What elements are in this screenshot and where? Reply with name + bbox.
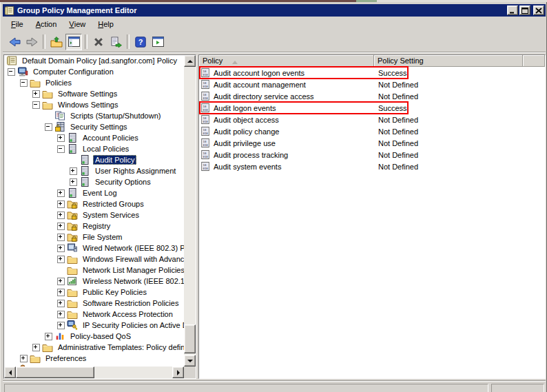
column-header-label: Policy (203, 56, 223, 65)
tree-item-account-policies[interactable]: Account Policies (4, 132, 184, 143)
minimize-button[interactable] (507, 6, 518, 15)
close-button[interactable] (533, 6, 544, 15)
scroll-down-button[interactable] (184, 355, 196, 367)
show-new-window-button[interactable] (149, 34, 166, 50)
expand-plus-icon[interactable] (57, 311, 65, 318)
tree-item-security-options[interactable]: Security Options (4, 176, 184, 187)
tree-item-label: Wired Network (IEEE 802.3) P (81, 243, 184, 253)
folder-icon (67, 287, 78, 298)
triangle-up-icon (187, 57, 193, 63)
tree-item-wireless-network-ieee-802-1[interactable]: Wireless Network (IEEE 802.1 (4, 276, 184, 287)
tree-horizontal-scrollbar[interactable] (4, 367, 184, 378)
expand-plus-icon[interactable] (70, 178, 77, 186)
expand-plus-icon[interactable] (57, 278, 65, 285)
expand-plus-icon[interactable] (57, 234, 65, 241)
expand-plus-icon[interactable] (57, 300, 65, 307)
scroll-up-button[interactable] (184, 55, 196, 67)
maximize-button[interactable] (519, 6, 530, 15)
tree-item-policy-based-qos[interactable]: Policy-based QoS (4, 331, 184, 342)
tree-item-registry[interactable]: Registry (4, 220, 184, 231)
list-row-audit-directory-service-access[interactable]: 10010Audit directory service accessNot D… (199, 90, 545, 102)
list-row-audit-logon-events[interactable]: 10010Audit logon eventsSuccess (199, 102, 545, 114)
list-row-audit-system-events[interactable]: 10010Audit system eventsNot Defined (199, 161, 545, 172)
tree-item-security-settings[interactable]: Security Settings (4, 121, 184, 132)
tree-item-ip-security-policies-on-active-d[interactable]: IP Security Policies on Active D (4, 320, 184, 331)
expand-plus-icon[interactable] (57, 200, 65, 208)
tree-item-windows-settings[interactable]: Windows Settings (4, 99, 184, 110)
up-one-level-button[interactable] (48, 34, 65, 50)
expand-plus-icon[interactable] (57, 189, 65, 197)
menu-action[interactable]: Action (30, 17, 63, 32)
menu-view[interactable]: View (63, 17, 92, 32)
menu-help[interactable]: Help (92, 17, 120, 32)
title-bar[interactable]: Group Policy Management Editor (3, 4, 546, 17)
forward-button[interactable] (23, 34, 40, 50)
tree-item-administrative-templates-policy-defin[interactable]: Administrative Templates: Policy defin (4, 342, 184, 353)
tree-item-event-log[interactable]: Event Log (4, 187, 184, 198)
tree-item-network-list-manager-policies[interactable]: Network List Manager Policies (4, 265, 184, 276)
list-row-audit-account-logon-events[interactable]: 10010Audit account logon eventsSuccess (199, 67, 545, 79)
expand-plus-icon[interactable] (57, 223, 65, 230)
export-list-button[interactable] (107, 34, 124, 50)
console-tree-pane: Default Domain Policy [ad.sangfor.com] P… (3, 54, 196, 379)
delete-button[interactable] (90, 34, 107, 50)
tree-item-software-settings[interactable]: Software Settings (4, 88, 184, 99)
show-console-tree-button[interactable] (65, 34, 82, 50)
expand-plus-icon[interactable] (57, 212, 65, 219)
horizontal-scroll-track[interactable] (16, 367, 172, 378)
tree-item-system-services[interactable]: System Services (4, 209, 184, 220)
help-button[interactable]: ? (132, 34, 149, 50)
column-header-policy-setting[interactable]: Policy Setting (374, 55, 523, 67)
list-row-audit-account-management[interactable]: 10010Audit account managementNot Defined (199, 79, 545, 90)
expand-plus-icon[interactable] (70, 167, 77, 175)
back-button[interactable] (6, 34, 23, 50)
console-tree: Default Domain Policy [ad.sangfor.com] P… (4, 55, 184, 367)
list-row-audit-privilege-use[interactable]: 10010Audit privilege useNot Defined (199, 137, 545, 149)
expand-plus-icon[interactable] (57, 322, 65, 329)
expand-plus-icon[interactable] (57, 256, 65, 263)
tree-item-default-domain-policy-ad-sangfor-com-policy[interactable]: Default Domain Policy [ad.sangfor.com] P… (4, 55, 184, 66)
tree-item-windows-firewall-with-advanc[interactable]: Windows Firewall with Advanc (4, 254, 184, 265)
tree-item-file-system[interactable]: File System (4, 231, 184, 243)
scroll-right-button[interactable] (172, 367, 184, 378)
collapse-minus-icon[interactable] (20, 79, 28, 87)
tree-item-label: Public Key Policies (81, 287, 149, 297)
collapse-minus-icon[interactable] (32, 101, 40, 109)
tree-item-public-key-policies[interactable]: Public Key Policies (4, 287, 184, 298)
list-row-audit-process-tracking[interactable]: 10010Audit process trackingNot Defined (199, 149, 545, 161)
tree-item-network-access-protection[interactable]: Network Access Protection (4, 309, 184, 320)
list-row-audit-object-access[interactable]: 10010Audit object accessNot Defined (199, 114, 545, 125)
expand-plus-icon[interactable] (57, 134, 65, 142)
horizontal-scroll-thumb[interactable] (16, 367, 94, 378)
expand-plus-icon[interactable] (20, 355, 28, 362)
column-header-policy[interactable]: Policy (199, 55, 374, 67)
expand-plus-icon[interactable] (32, 90, 40, 98)
folder-icon (30, 353, 41, 364)
tree-item-restricted-groups[interactable]: Restricted Groups (4, 198, 184, 209)
tree-item-label: IP Security Policies on Active D (81, 320, 184, 330)
tree-item-policies[interactable]: Policies (4, 77, 184, 88)
menu-file[interactable]: File (5, 17, 30, 32)
expand-plus-icon[interactable] (57, 245, 65, 252)
collapse-minus-icon[interactable] (45, 123, 52, 131)
scroll-left-button[interactable] (4, 367, 16, 378)
tree-item-wired-network-ieee-802-3-p[interactable]: Wired Network (IEEE 802.3) P (4, 243, 184, 254)
tree-item-scripts-startup-shutdown[interactable]: Scripts (Startup/Shutdown) (4, 110, 184, 121)
tree-item-local-policies[interactable]: Local Policies (4, 143, 184, 154)
tree-item-audit-policy[interactable]: Audit Policy (4, 154, 184, 165)
list-row-audit-policy-change[interactable]: 10010Audit policy changeNot Defined (199, 125, 545, 137)
collapse-minus-icon[interactable] (8, 68, 15, 76)
expand-plus-icon[interactable] (45, 333, 52, 340)
tree-item-software-restriction-policies[interactable]: Software Restriction Policies (4, 298, 184, 309)
expand-plus-icon[interactable] (57, 289, 65, 296)
audit-entry-icon: 10010 (200, 161, 210, 172)
svg-text:010: 010 (203, 132, 209, 135)
tree-item-computer-configuration[interactable]: Computer Configuration (4, 66, 184, 77)
tree-item-user-rights-assignment[interactable]: User Rights Assignment (4, 165, 184, 176)
expand-plus-icon[interactable] (32, 344, 40, 351)
tree-vertical-scrollbar[interactable] (184, 55, 196, 367)
tree-item-preferences[interactable]: Preferences (4, 353, 184, 364)
vertical-scroll-track[interactable] (184, 67, 196, 355)
collapse-minus-icon[interactable] (57, 145, 65, 153)
vertical-scroll-thumb[interactable] (184, 324, 196, 353)
